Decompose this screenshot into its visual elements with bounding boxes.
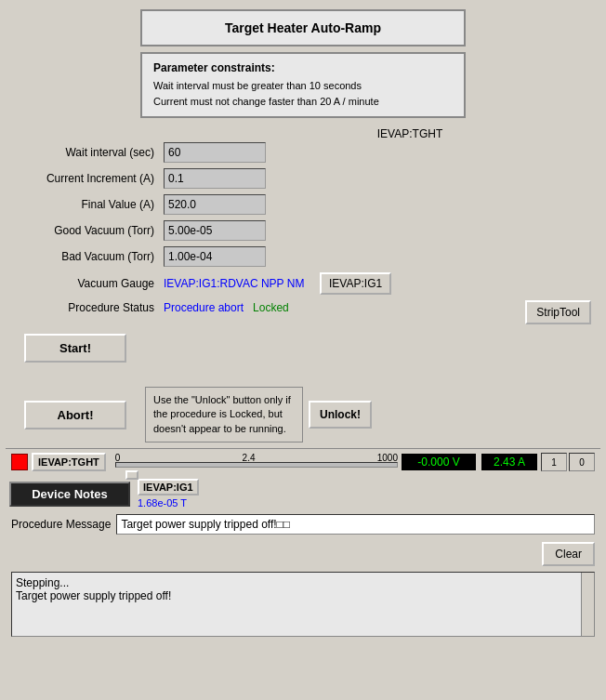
clear-row: Clear bbox=[6, 538, 600, 570]
good-vacuum-input[interactable] bbox=[164, 220, 266, 241]
voltage-display: -0.000 V bbox=[402, 454, 476, 470]
small-boxes: 1 0 bbox=[541, 453, 595, 471]
log-line1: Stepping... bbox=[16, 576, 575, 589]
unlock-button[interactable]: Unlock! bbox=[309, 401, 372, 429]
small-box-2: 0 bbox=[569, 453, 595, 471]
final-value-row: Final Value (A) bbox=[15, 194, 600, 215]
wait-interval-label: Wait interval (sec) bbox=[15, 146, 164, 159]
device-notes-section: Device Notes IEVAP:IG1 1.68e-05 T bbox=[6, 477, 600, 510]
wait-interval-input[interactable] bbox=[164, 142, 266, 163]
unlock-info-text: Use the "Unlock" button only if the proc… bbox=[145, 387, 303, 442]
device-label: IEVAP:TGHT bbox=[219, 127, 600, 140]
vacuum-gauge-button[interactable]: IEVAP:IG1 bbox=[320, 272, 391, 295]
bad-vacuum-row: Bad Vacuum (Torr) bbox=[15, 246, 600, 267]
device-notes-value: 1.68e-05 T bbox=[138, 497, 199, 508]
wait-interval-row: Wait interval (sec) bbox=[15, 142, 600, 163]
constraint-line1: Wait interval must be greater than 10 se… bbox=[153, 78, 453, 94]
device-notes-sub: IEVAP:IG1 1.68e-05 T bbox=[138, 479, 199, 508]
current-increment-row: Current Increment (A) bbox=[15, 168, 600, 189]
constraints-heading: Parameter constraints: bbox=[153, 61, 453, 74]
final-value-label: Final Value (A) bbox=[15, 198, 164, 211]
current-display: 2.43 A bbox=[481, 454, 537, 470]
procedure-status-label: Procedure Status bbox=[15, 301, 164, 314]
main-container: Target Heater Auto-Ramp Parameter constr… bbox=[0, 0, 606, 644]
slider-section: IEVAP:TGHT 0 2.4 1000 -0.000 V 2.43 A 1 … bbox=[6, 448, 600, 475]
procedure-message-input[interactable] bbox=[116, 514, 595, 535]
bad-vacuum-input[interactable] bbox=[164, 246, 266, 267]
vacuum-gauge-row: Vacuum Gauge IEVAP:IG1:RDVAC NPP NM IEVA… bbox=[15, 272, 600, 295]
constraint-line2: Current must not change faster than 20 A… bbox=[153, 94, 453, 110]
constraints-box: Parameter constraints: Wait interval mus… bbox=[140, 52, 466, 118]
procedure-message-row: Procedure Message bbox=[6, 510, 600, 538]
device-tag-ig1: IEVAP:IG1 bbox=[138, 479, 199, 495]
procedure-message-label: Procedure Message bbox=[11, 518, 111, 531]
log-scrollbar[interactable] bbox=[581, 573, 594, 636]
form-section: IEVAP:TGHT Wait interval (sec) Current I… bbox=[15, 127, 600, 442]
procedure-status-row: Procedure Status Procedure abort Locked bbox=[15, 301, 525, 314]
slider-track bbox=[115, 462, 398, 468]
slider-thumb[interactable] bbox=[125, 470, 138, 480]
current-increment-input[interactable] bbox=[164, 168, 266, 189]
final-value-input[interactable] bbox=[164, 194, 266, 215]
current-increment-label: Current Increment (A) bbox=[15, 172, 164, 185]
device-tag-tght: IEVAP:TGHT bbox=[32, 453, 106, 471]
bad-vacuum-label: Bad Vacuum (Torr) bbox=[15, 250, 164, 263]
start-button[interactable]: Start! bbox=[24, 334, 126, 363]
good-vacuum-label: Good Vacuum (Torr) bbox=[15, 224, 164, 237]
log-text: Stepping... Target power supply tripped … bbox=[16, 576, 590, 602]
slider-bar[interactable]: 0 2.4 1000 bbox=[115, 453, 398, 471]
procedure-abort-text: Procedure abort bbox=[164, 301, 244, 314]
small-box-1: 1 bbox=[541, 453, 567, 471]
clear-button[interactable]: Clear bbox=[542, 542, 595, 566]
title-text: Target Heater Auto-Ramp bbox=[225, 20, 381, 35]
vacuum-gauge-label: Vacuum Gauge bbox=[15, 277, 164, 290]
good-vacuum-row: Good Vacuum (Torr) bbox=[15, 220, 600, 241]
unlock-section: Use the "Unlock" button only if the proc… bbox=[145, 387, 372, 442]
locked-text: Locked bbox=[253, 301, 289, 314]
title-box: Target Heater Auto-Ramp bbox=[140, 9, 466, 46]
log-area: Stepping... Target power supply tripped … bbox=[11, 572, 595, 637]
abort-button[interactable]: Abort! bbox=[24, 401, 126, 429]
device-notes-button[interactable]: Device Notes bbox=[9, 482, 130, 507]
striptool-button[interactable]: StripTool bbox=[525, 300, 591, 324]
vacuum-gauge-value: IEVAP:IG1:RDVAC NPP NM bbox=[164, 277, 312, 290]
log-line2: Target power supply tripped off! bbox=[16, 589, 575, 602]
status-indicator bbox=[11, 454, 28, 470]
